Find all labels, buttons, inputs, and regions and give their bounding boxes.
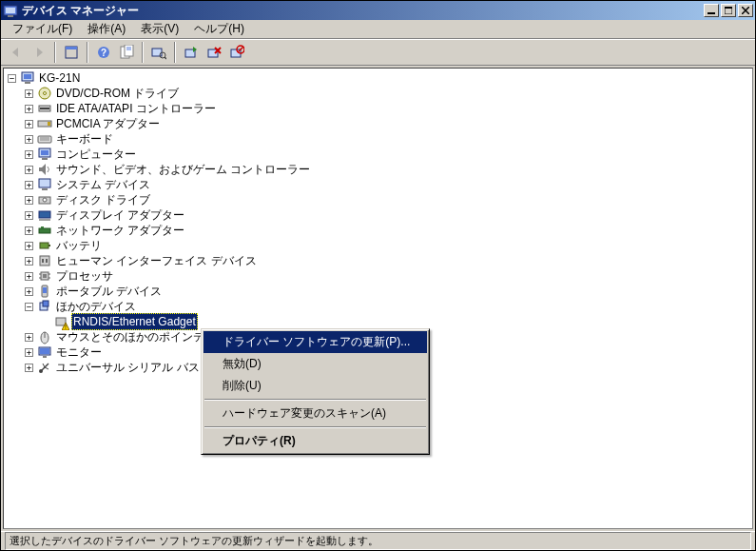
tree-node-other[interactable]: ほかのデバイス xyxy=(54,299,138,314)
network-icon xyxy=(37,223,52,238)
display-icon xyxy=(37,207,52,223)
scan-hardware-button[interactable] xyxy=(148,42,169,63)
expand-icon[interactable]: + xyxy=(25,242,33,250)
tree-node-rndis[interactable]: RNDIS/Ethernet Gadget xyxy=(71,313,198,330)
status-text: 選択したデバイスのドライバー ソフトウェアの更新ウィザードを起動します。 xyxy=(5,532,751,550)
expand-icon[interactable]: + xyxy=(25,166,33,174)
svg-rect-46 xyxy=(42,188,48,190)
expand-icon[interactable]: + xyxy=(25,196,33,205)
properties-button[interactable] xyxy=(116,42,137,63)
svg-marker-8 xyxy=(12,48,18,57)
forward-button[interactable] xyxy=(29,42,49,63)
svg-rect-2 xyxy=(8,15,13,17)
cm-uninstall[interactable]: 削除(U) xyxy=(204,375,427,397)
pcmcia-icon xyxy=(37,116,52,131)
svg-rect-51 xyxy=(39,228,50,233)
expand-icon[interactable]: + xyxy=(25,333,33,342)
computer-icon xyxy=(20,70,35,86)
expand-icon[interactable]: + xyxy=(25,226,33,235)
tree-node[interactable]: プロセッサ xyxy=(54,268,115,284)
collapse-icon[interactable]: − xyxy=(8,74,16,83)
svg-rect-57 xyxy=(46,259,48,263)
help-button[interactable]: ? xyxy=(93,42,114,63)
tree-node[interactable]: IDE ATA/ATAPI コントローラー xyxy=(54,101,218,116)
tree-node[interactable]: バッテリ xyxy=(54,238,104,253)
other-devices-icon xyxy=(37,299,52,314)
menu-help[interactable]: ヘルプ(H) xyxy=(186,19,252,39)
device-manager-window: デバイス マネージャー ファイル(F) 操作(A) 表示(V) ヘルプ(H) ? xyxy=(0,0,756,551)
svg-rect-53 xyxy=(40,243,48,248)
usb-icon xyxy=(37,360,52,375)
expand-icon[interactable]: + xyxy=(25,181,33,189)
expand-icon[interactable]: + xyxy=(25,364,33,372)
tree-node[interactable]: モニター xyxy=(54,344,104,360)
tree-node[interactable]: コンピューター xyxy=(54,147,138,162)
close-button[interactable] xyxy=(738,4,753,17)
toolbar: ? xyxy=(1,39,755,66)
tree-node[interactable]: キーボード xyxy=(54,131,115,147)
toolbar-separator xyxy=(54,42,56,63)
tree-node[interactable]: DVD/CD-ROM ドライブ xyxy=(54,86,181,101)
svg-line-20 xyxy=(165,57,166,59)
tree-node[interactable]: ネットワーク アダプター xyxy=(54,223,186,238)
collapse-icon[interactable]: − xyxy=(25,303,33,311)
toolbar-separator xyxy=(142,42,144,63)
show-hide-console-button[interactable] xyxy=(61,42,82,63)
mouse-icon xyxy=(37,329,52,344)
tree-node[interactable]: サウンド、ビデオ、およびゲーム コントローラー xyxy=(54,162,312,177)
uninstall-button[interactable] xyxy=(204,42,224,63)
tree-node[interactable]: システム デバイス xyxy=(54,177,152,192)
svg-marker-44 xyxy=(39,164,46,175)
expand-icon[interactable]: + xyxy=(25,89,33,98)
update-driver-button[interactable] xyxy=(181,42,202,63)
keyboard-icon xyxy=(37,131,52,147)
svg-rect-42 xyxy=(41,150,48,155)
disable-button[interactable] xyxy=(226,42,247,63)
dvd-icon xyxy=(37,86,52,101)
menu-bar: ファイル(F) 操作(A) 表示(V) ヘルプ(H) xyxy=(1,20,755,39)
svg-rect-55 xyxy=(40,256,49,266)
svg-rect-15 xyxy=(125,45,133,56)
device-tree[interactable]: − KG-21N +DVD/CD-ROM ドライブ +IDE ATA/ATAPI… xyxy=(3,68,753,529)
expand-icon[interactable]: + xyxy=(25,287,33,296)
cm-update-driver[interactable]: ドライバー ソフトウェアの更新(P)... xyxy=(204,331,427,353)
monitor-icon xyxy=(37,344,52,360)
tree-node[interactable]: ヒューマン インターフェイス デバイス xyxy=(54,253,259,268)
expand-icon[interactable]: + xyxy=(25,272,33,281)
expand-icon[interactable]: + xyxy=(25,120,33,128)
tree-node[interactable]: ディスプレイ アダプター xyxy=(54,207,186,223)
svg-point-33 xyxy=(44,92,47,95)
expand-icon[interactable]: + xyxy=(25,257,33,266)
maximize-button[interactable] xyxy=(721,4,736,17)
cm-disable[interactable]: 無効(D) xyxy=(204,353,427,375)
expand-icon[interactable]: + xyxy=(25,105,33,113)
minimize-button[interactable] xyxy=(704,4,719,17)
menu-file[interactable]: ファイル(F) xyxy=(5,19,80,39)
expand-icon[interactable]: + xyxy=(25,211,33,220)
svg-rect-52 xyxy=(41,226,44,228)
expand-icon[interactable]: + xyxy=(25,348,33,357)
svg-rect-3 xyxy=(708,12,715,14)
tree-node[interactable]: ディスク ドライブ xyxy=(54,192,152,207)
tree-node[interactable]: PCMCIA アダプター xyxy=(54,116,162,131)
cm-separator xyxy=(204,399,426,401)
unknown-device-icon: ! xyxy=(54,314,69,329)
system-icon xyxy=(37,177,52,192)
menu-action[interactable]: 操作(A) xyxy=(80,19,133,39)
root-node[interactable]: KG-21N xyxy=(37,70,82,86)
app-icon xyxy=(3,3,18,18)
cm-scan-hardware[interactable]: ハードウェア変更のスキャン(A) xyxy=(204,403,427,424)
expand-icon[interactable]: + xyxy=(25,150,33,159)
svg-rect-45 xyxy=(39,179,50,187)
svg-rect-49 xyxy=(39,211,50,218)
ide-icon xyxy=(37,101,52,116)
back-button[interactable] xyxy=(6,42,27,63)
computer-cat-icon xyxy=(37,147,52,162)
cm-properties[interactable]: プロパティ(R) xyxy=(204,430,427,452)
tree-node[interactable]: ポータブル デバイス xyxy=(54,284,164,299)
svg-rect-31 xyxy=(25,82,30,84)
svg-rect-59 xyxy=(43,274,47,278)
expand-icon[interactable]: + xyxy=(25,135,33,144)
svg-text:?: ? xyxy=(101,48,107,58)
menu-view[interactable]: 表示(V) xyxy=(133,19,186,39)
